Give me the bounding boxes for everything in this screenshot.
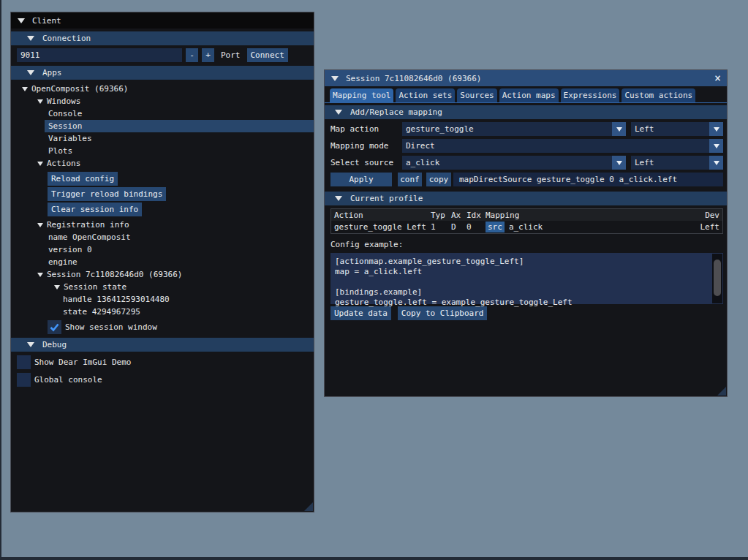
scrollbar[interactable]	[712, 254, 722, 303]
tree-expand-icon[interactable]	[37, 99, 43, 104]
global-console-checkbox[interactable]: Global console	[17, 373, 314, 387]
reload-config-button[interactable]: Reload config	[48, 172, 118, 186]
combo-value: Left	[631, 158, 709, 167]
resize-grip-icon[interactable]	[717, 387, 726, 396]
tree-item-opencomposit[interactable]: OpenComposit (69366)	[17, 83, 314, 95]
dropdown-arrow-icon[interactable]	[612, 122, 626, 136]
add-replace-mapping-header[interactable]: Add/Replace mapping	[325, 105, 727, 119]
resize-grip-icon[interactable]	[304, 502, 313, 511]
checkbox-label: Global console	[34, 375, 102, 385]
tree-expand-icon[interactable]	[54, 285, 60, 290]
cell-typ: 1	[431, 222, 451, 232]
current-profile-header[interactable]: Current profile	[325, 192, 727, 205]
tree-item-actions[interactable]: Actions	[17, 157, 314, 170]
port-input-value: 9011	[20, 50, 40, 60]
collapse-arrow-icon	[335, 196, 342, 201]
dropdown-arrow-icon[interactable]	[709, 122, 723, 136]
session-handle-text: handle 136412593014480	[63, 295, 170, 304]
select-source-combo[interactable]: a_click	[402, 156, 626, 170]
apply-button[interactable]: Apply	[330, 173, 392, 186]
show-imgui-demo-checkbox[interactable]: Show Dear ImGui Demo	[17, 355, 314, 369]
window-collapse-icon[interactable]	[331, 76, 339, 81]
tab-sources[interactable]: Sources	[457, 88, 496, 102]
port-decrement-button[interactable]: -	[186, 48, 198, 62]
map-action-combo[interactable]: gesture_toggle	[402, 122, 626, 136]
col-dev: Dev	[687, 211, 719, 220]
cell-mapping: a_click	[509, 222, 543, 232]
tree-item-label: Variables	[48, 134, 92, 143]
tab-expressions[interactable]: Expressions	[561, 88, 620, 102]
tree-expand-icon[interactable]	[37, 273, 43, 277]
dropdown-arrow-icon[interactable]	[612, 156, 626, 170]
profile-table: Action Typ Ax Idx Mapping Dev gesture_to…	[330, 208, 723, 234]
col-ax: Ax	[451, 211, 466, 220]
registration-version-text: version 0	[48, 245, 92, 254]
tab-action-sets[interactable]: Action sets	[396, 88, 455, 102]
tree-item-label: OpenComposit (69366)	[31, 84, 128, 94]
col-action: Action	[334, 211, 431, 220]
port-input[interactable]: 9011	[17, 48, 182, 62]
mapping-mode-combo[interactable]: Direct	[402, 139, 723, 153]
map-action-side-combo[interactable]: Left	[631, 122, 723, 136]
tree-item-label: Session state	[64, 282, 126, 292]
client-titlebar[interactable]: Client	[11, 12, 314, 29]
tab-custom-actions[interactable]: Custom actions	[622, 88, 695, 102]
tree-item-registration-info[interactable]: Registration info	[17, 219, 314, 231]
tree-expand-icon[interactable]	[37, 223, 43, 227]
conf-button[interactable]: conf	[398, 173, 422, 186]
checkbox-box[interactable]	[48, 320, 61, 334]
cell-dev: Left	[687, 222, 719, 232]
profile-table-row: gesture_toggle Left 1 D 0 src a_click Le…	[331, 221, 722, 233]
client-window: Client Connection 9011 - + Port Connect …	[10, 12, 314, 512]
checkbox-box[interactable]	[17, 373, 31, 387]
tree-item-plots[interactable]: Plots	[17, 145, 314, 157]
connect-button[interactable]: Connect	[247, 48, 288, 62]
collapse-arrow-icon	[27, 70, 34, 75]
debug-header-label: Debug	[42, 340, 67, 349]
tree-item-console[interactable]: Console	[17, 107, 314, 120]
port-increment-button[interactable]: +	[202, 48, 214, 62]
config-example-textarea[interactable]: [actionmap.example_gesture_toggle_Left] …	[330, 253, 723, 304]
session-handle: handle 136412593014480	[17, 293, 314, 306]
copy-button[interactable]: copy	[426, 173, 451, 186]
checkbox-box[interactable]	[17, 355, 31, 369]
tree-item-label: Console	[48, 109, 82, 118]
mapping-mode-label: Mapping mode	[330, 141, 402, 151]
window-collapse-icon[interactable]	[18, 18, 25, 23]
tree-expand-icon[interactable]	[22, 87, 28, 91]
config-example-label: Config example:	[330, 240, 723, 250]
tree-item-session-state[interactable]: Session state	[17, 281, 314, 293]
tab-action-maps[interactable]: Action maps	[499, 88, 559, 102]
dropdown-arrow-icon[interactable]	[709, 156, 723, 170]
debug-header[interactable]: Debug	[11, 338, 314, 352]
checkbox-label: Show Dear ImGui Demo	[34, 357, 131, 367]
clear-session-info-button[interactable]: Clear session info	[48, 203, 142, 216]
session-titlebar[interactable]: Session 7c11082646d0 (69366) ×	[325, 70, 727, 86]
combo-value: Left	[631, 124, 709, 134]
select-source-label: Select source	[330, 158, 402, 167]
tree-item-windows[interactable]: Windows	[17, 95, 314, 107]
src-button[interactable]: src	[486, 222, 505, 232]
dropdown-arrow-icon[interactable]	[709, 139, 723, 153]
registration-engine-text: engine	[48, 257, 78, 267]
tree-item-label: Registration info	[47, 220, 129, 230]
command-preview-field[interactable]: mapDirectSource gesture_toggle 0 a_click…	[453, 173, 723, 186]
tab-mapping-tool[interactable]: Mapping tool	[330, 88, 393, 102]
tree-item-session-node[interactable]: Session 7c11082646d0 (69366)	[17, 268, 314, 281]
update-data-button[interactable]: Update data	[330, 306, 391, 320]
select-source-side-combo[interactable]: Left	[631, 156, 723, 170]
tree-item-session[interactable]: Session	[45, 120, 314, 132]
close-icon[interactable]: ×	[714, 70, 721, 86]
config-example-text: [actionmap.example_gesture_toggle_Left] …	[335, 257, 709, 308]
copy-to-clipboard-button[interactable]: Copy to Clipboard	[398, 306, 488, 320]
apps-header[interactable]: Apps	[11, 66, 314, 80]
show-session-window-checkbox[interactable]: Show session window	[48, 320, 314, 334]
tree-item-label: Plots	[48, 146, 72, 156]
session-state-value: state 4294967295	[17, 306, 314, 318]
tree-item-variables[interactable]: Variables	[17, 132, 314, 145]
window-title: Session 7c11082646d0 (69366)	[346, 74, 481, 83]
tree-expand-icon[interactable]	[37, 162, 43, 166]
connection-header[interactable]: Connection	[11, 31, 314, 45]
scrollbar-thumb[interactable]	[714, 260, 721, 296]
trigger-reload-bindings-button[interactable]: Trigger reload bindings	[48, 187, 166, 201]
